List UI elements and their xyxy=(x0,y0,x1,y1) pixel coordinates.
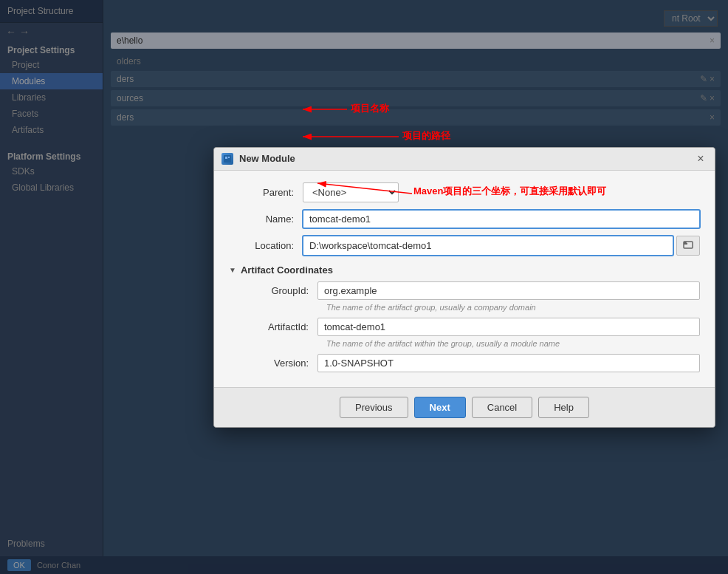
modal-body: Parent: <None> Name: Location: xyxy=(214,171,715,387)
name-label: Name: xyxy=(229,213,303,225)
ide-window: Project Structure ← → Project Settings P… xyxy=(0,0,728,574)
svg-rect-1 xyxy=(225,157,227,159)
location-input[interactable] xyxy=(303,236,673,256)
groupid-label: GroupId: xyxy=(244,285,317,296)
toggle-arrow-icon: ▼ xyxy=(229,266,236,274)
artifactid-hint: The name of the artifact within the grou… xyxy=(244,339,700,348)
groupid-control xyxy=(317,281,700,300)
location-input-group xyxy=(303,236,700,256)
artifactid-input[interactable] xyxy=(317,318,700,336)
modal-close-button[interactable]: × xyxy=(694,152,707,165)
parent-row: Parent: <None> xyxy=(229,182,700,202)
parent-control: <None> xyxy=(303,182,700,202)
artifactid-control xyxy=(317,318,700,336)
artifactid-row: ArtifactId: xyxy=(244,318,700,336)
groupid-input[interactable] xyxy=(317,281,700,300)
module-icon xyxy=(222,153,233,165)
help-button[interactable]: Help xyxy=(538,397,589,418)
artifact-section-toggle[interactable]: ▼ Artifact Coordinates xyxy=(229,264,700,276)
version-control xyxy=(317,354,700,372)
groupid-row: GroupId: xyxy=(244,281,700,300)
groupid-hint: The name of the artifact group, usually … xyxy=(244,303,700,312)
cancel-button[interactable]: Cancel xyxy=(472,397,532,418)
location-label: Location: xyxy=(229,240,303,251)
svg-rect-5 xyxy=(684,242,687,243)
version-row: Version: xyxy=(244,354,700,372)
next-button[interactable]: Next xyxy=(414,397,466,418)
version-label: Version: xyxy=(244,358,317,369)
modal-footer: Previous Next Cancel Help xyxy=(214,387,715,427)
browse-button[interactable] xyxy=(676,236,700,256)
artifact-section-title: Artifact Coordinates xyxy=(241,264,333,276)
name-control xyxy=(303,210,700,228)
location-control xyxy=(303,236,700,256)
artifact-sub-form: GroupId: The name of the artifact group,… xyxy=(229,281,700,372)
previous-button[interactable]: Previous xyxy=(340,397,408,418)
modal-titlebar: New Module × xyxy=(214,148,715,171)
artifactid-label: ArtifactId: xyxy=(244,321,317,332)
name-row: Name: xyxy=(229,210,700,228)
svg-rect-2 xyxy=(228,157,230,158)
version-input[interactable] xyxy=(317,354,700,372)
name-input[interactable] xyxy=(303,210,700,228)
location-row: Location: xyxy=(229,236,700,256)
parent-label: Parent: xyxy=(229,187,303,198)
parent-dropdown[interactable]: <None> xyxy=(303,182,399,202)
svg-rect-4 xyxy=(684,243,687,245)
modal-title-left: New Module xyxy=(222,153,295,165)
modal-title-text: New Module xyxy=(239,153,295,164)
new-module-dialog: New Module × Parent: <None> Name: xyxy=(213,147,715,428)
